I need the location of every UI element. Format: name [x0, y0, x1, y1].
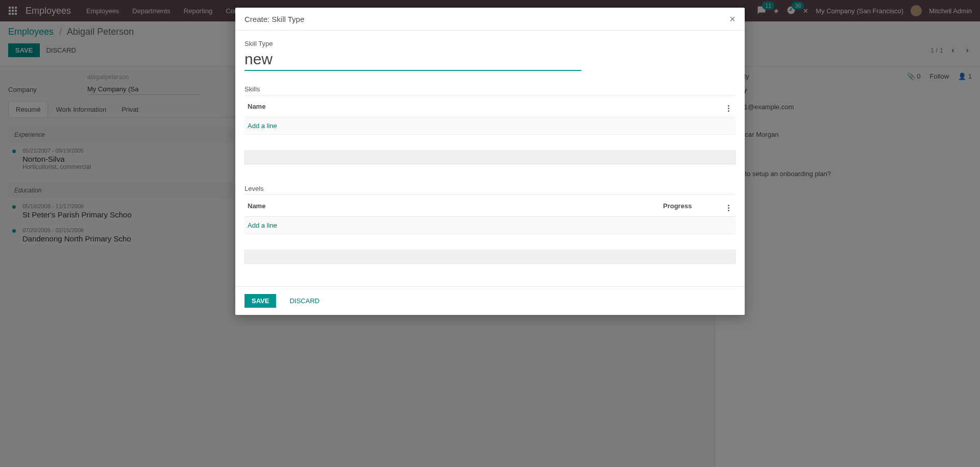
skills-add-line[interactable]: Add a line	[248, 122, 277, 130]
skill-type-input[interactable]	[244, 50, 581, 71]
levels-section-label: Levels	[244, 185, 736, 192]
modal-discard-button[interactable]: DISCARD	[289, 297, 320, 305]
skill-type-label: Skill Type	[244, 40, 736, 47]
skills-options-icon[interactable]	[724, 101, 732, 112]
skills-name-col: Name	[248, 103, 724, 110]
modal-create-skill-type: Create: Skill Type × Skill Type Skills N…	[235, 8, 745, 315]
skills-empty-row	[244, 150, 736, 164]
skills-section-label: Skills	[244, 85, 736, 93]
modal-overlay: Create: Skill Type × Skill Type Skills N…	[0, 0, 980, 467]
close-icon[interactable]: ×	[729, 14, 736, 24]
levels-options-icon[interactable]	[724, 200, 732, 211]
levels-add-line[interactable]: Add a line	[248, 222, 277, 229]
levels-empty-row	[244, 250, 736, 264]
modal-title: Create: Skill Type	[244, 15, 304, 23]
levels-progress-col: Progress	[663, 202, 724, 210]
levels-name-col: Name	[248, 202, 663, 210]
modal-save-button[interactable]: SAVE	[244, 294, 276, 308]
